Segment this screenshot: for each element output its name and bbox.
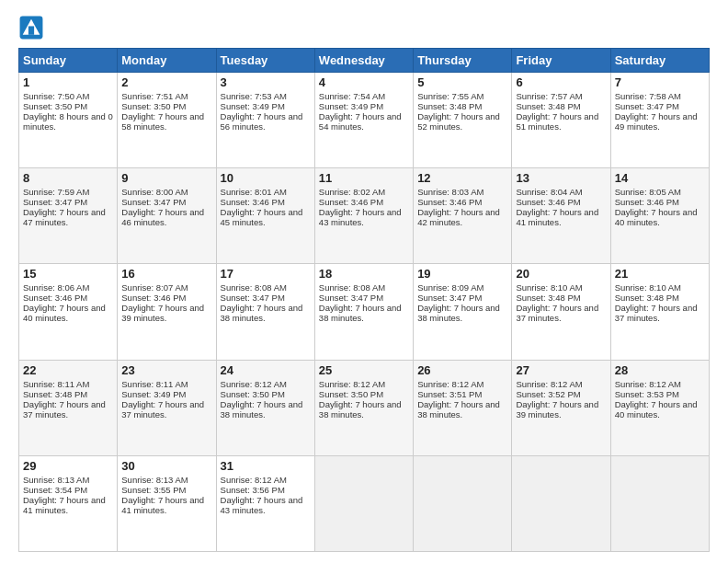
day-number: 12 <box>417 171 507 185</box>
daylight: Daylight: 7 hours and 41 minutes. <box>23 495 106 515</box>
sunset: Sunset: 3:46 PM <box>615 197 679 207</box>
calendar-cell: 31 Sunrise: 8:12 AM Sunset: 3:56 PM Dayl… <box>216 455 314 551</box>
sunrise: Sunrise: 7:53 AM <box>221 91 287 101</box>
day-number: 3 <box>221 75 311 89</box>
calendar-cell <box>610 455 709 551</box>
sunrise: Sunrise: 8:02 AM <box>319 187 385 197</box>
daylight: Daylight: 7 hours and 37 minutes. <box>615 303 698 323</box>
calendar-cell: 22 Sunrise: 8:11 AM Sunset: 3:48 PM Dayl… <box>19 360 118 455</box>
sunset: Sunset: 3:46 PM <box>417 197 482 207</box>
calendar-cell: 13 Sunrise: 8:04 AM Sunset: 3:46 PM Dayl… <box>512 168 610 264</box>
sunrise: Sunrise: 8:12 AM <box>417 379 483 389</box>
calendar-cell <box>414 455 512 551</box>
sunrise: Sunrise: 8:12 AM <box>516 379 582 389</box>
sunset: Sunset: 3:49 PM <box>319 101 383 111</box>
daylight: Daylight: 7 hours and 51 minutes. <box>516 111 598 132</box>
day-number: 10 <box>221 171 311 185</box>
day-number: 4 <box>319 75 409 89</box>
weekday-header: Friday <box>512 49 610 73</box>
sunrise: Sunrise: 8:13 AM <box>23 475 89 485</box>
calendar-cell: 14 Sunrise: 8:05 AM Sunset: 3:46 PM Dayl… <box>610 168 709 264</box>
day-number: 13 <box>516 171 606 185</box>
sunrise: Sunrise: 7:59 AM <box>23 187 89 197</box>
sunset: Sunset: 3:49 PM <box>221 101 285 111</box>
daylight: Daylight: 7 hours and 41 minutes. <box>121 495 204 515</box>
daylight: Daylight: 7 hours and 58 minutes. <box>121 111 204 132</box>
calendar-cell: 11 Sunrise: 8:02 AM Sunset: 3:46 PM Dayl… <box>314 168 413 264</box>
calendar: SundayMondayTuesdayWednesdayThursdayFrid… <box>18 48 710 552</box>
logo-icon <box>18 15 44 40</box>
sunrise: Sunrise: 8:12 AM <box>615 379 681 389</box>
day-number: 9 <box>121 171 211 185</box>
sunset: Sunset: 3:47 PM <box>319 293 383 303</box>
calendar-cell: 20 Sunrise: 8:10 AM Sunset: 3:48 PM Dayl… <box>512 264 610 360</box>
day-number: 17 <box>221 267 311 281</box>
sunrise: Sunrise: 8:05 AM <box>615 187 681 197</box>
day-number: 15 <box>23 267 113 281</box>
calendar-cell: 17 Sunrise: 8:08 AM Sunset: 3:47 PM Dayl… <box>216 264 314 360</box>
weekday-header: Thursday <box>414 49 512 73</box>
daylight: Daylight: 7 hours and 39 minutes. <box>121 303 204 323</box>
daylight: Daylight: 7 hours and 56 minutes. <box>221 111 303 132</box>
daylight: Daylight: 7 hours and 37 minutes. <box>516 303 598 323</box>
sunrise: Sunrise: 8:13 AM <box>121 475 188 485</box>
sunrise: Sunrise: 8:11 AM <box>121 379 188 389</box>
sunrise: Sunrise: 8:12 AM <box>221 379 287 389</box>
calendar-cell: 7 Sunrise: 7:58 AM Sunset: 3:47 PM Dayli… <box>610 73 709 168</box>
sunset: Sunset: 3:46 PM <box>121 293 186 303</box>
day-number: 18 <box>319 267 409 281</box>
day-number: 20 <box>516 267 606 281</box>
sunset: Sunset: 3:46 PM <box>516 197 580 207</box>
daylight: Daylight: 7 hours and 38 minutes. <box>417 303 500 323</box>
daylight: Daylight: 8 hours and 0 minutes. <box>23 111 113 132</box>
weekday-header: Tuesday <box>216 49 314 73</box>
day-number: 19 <box>417 267 507 281</box>
sunrise: Sunrise: 8:06 AM <box>23 282 89 293</box>
sunrise: Sunrise: 8:08 AM <box>319 282 385 293</box>
sunset: Sunset: 3:50 PM <box>23 101 87 111</box>
sunset: Sunset: 3:48 PM <box>516 101 580 111</box>
day-number: 31 <box>221 459 311 473</box>
sunrise: Sunrise: 7:57 AM <box>516 91 582 101</box>
sunset: Sunset: 3:47 PM <box>417 293 482 303</box>
sunrise: Sunrise: 8:12 AM <box>221 475 287 485</box>
sunset: Sunset: 3:53 PM <box>615 389 679 399</box>
sunset: Sunset: 3:55 PM <box>121 485 186 495</box>
weekday-header: Monday <box>118 49 216 73</box>
page: SundayMondayTuesdayWednesdayThursdayFrid… <box>0 0 728 563</box>
calendar-week-row: 22 Sunrise: 8:11 AM Sunset: 3:48 PM Dayl… <box>19 360 710 455</box>
calendar-week-row: 29 Sunrise: 8:13 AM Sunset: 3:54 PM Dayl… <box>19 455 710 551</box>
daylight: Daylight: 7 hours and 38 minutes. <box>221 303 303 323</box>
weekday-header: Saturday <box>610 49 709 73</box>
day-number: 11 <box>319 171 409 185</box>
daylight: Daylight: 7 hours and 41 minutes. <box>516 207 598 227</box>
daylight: Daylight: 7 hours and 38 minutes. <box>319 399 402 419</box>
sunset: Sunset: 3:52 PM <box>516 389 580 399</box>
day-number: 28 <box>615 363 705 377</box>
calendar-week-row: 1 Sunrise: 7:50 AM Sunset: 3:50 PM Dayli… <box>19 73 710 168</box>
sunrise: Sunrise: 8:09 AM <box>417 282 483 293</box>
day-number: 30 <box>121 459 211 473</box>
sunrise: Sunrise: 8:12 AM <box>319 379 385 389</box>
sunset: Sunset: 3:48 PM <box>23 389 87 399</box>
day-number: 22 <box>23 363 113 377</box>
calendar-cell: 30 Sunrise: 8:13 AM Sunset: 3:55 PM Dayl… <box>118 455 216 551</box>
sunset: Sunset: 3:46 PM <box>221 197 285 207</box>
sunrise: Sunrise: 8:07 AM <box>121 282 188 293</box>
sunrise: Sunrise: 8:10 AM <box>516 282 582 293</box>
daylight: Daylight: 7 hours and 37 minutes. <box>121 399 204 419</box>
sunrise: Sunrise: 7:55 AM <box>417 91 483 101</box>
daylight: Daylight: 7 hours and 49 minutes. <box>615 111 698 132</box>
day-number: 16 <box>121 267 211 281</box>
calendar-cell: 24 Sunrise: 8:12 AM Sunset: 3:50 PM Dayl… <box>216 360 314 455</box>
calendar-cell: 21 Sunrise: 8:10 AM Sunset: 3:48 PM Dayl… <box>610 264 709 360</box>
calendar-cell: 15 Sunrise: 8:06 AM Sunset: 3:46 PM Dayl… <box>19 264 118 360</box>
weekday-header: Wednesday <box>314 49 413 73</box>
sunset: Sunset: 3:50 PM <box>121 101 186 111</box>
sunset: Sunset: 3:50 PM <box>221 389 285 399</box>
calendar-cell: 23 Sunrise: 8:11 AM Sunset: 3:49 PM Dayl… <box>118 360 216 455</box>
sunset: Sunset: 3:48 PM <box>615 293 679 303</box>
calendar-cell: 8 Sunrise: 7:59 AM Sunset: 3:47 PM Dayli… <box>19 168 118 264</box>
sunrise: Sunrise: 8:10 AM <box>615 282 681 293</box>
day-number: 27 <box>516 363 606 377</box>
